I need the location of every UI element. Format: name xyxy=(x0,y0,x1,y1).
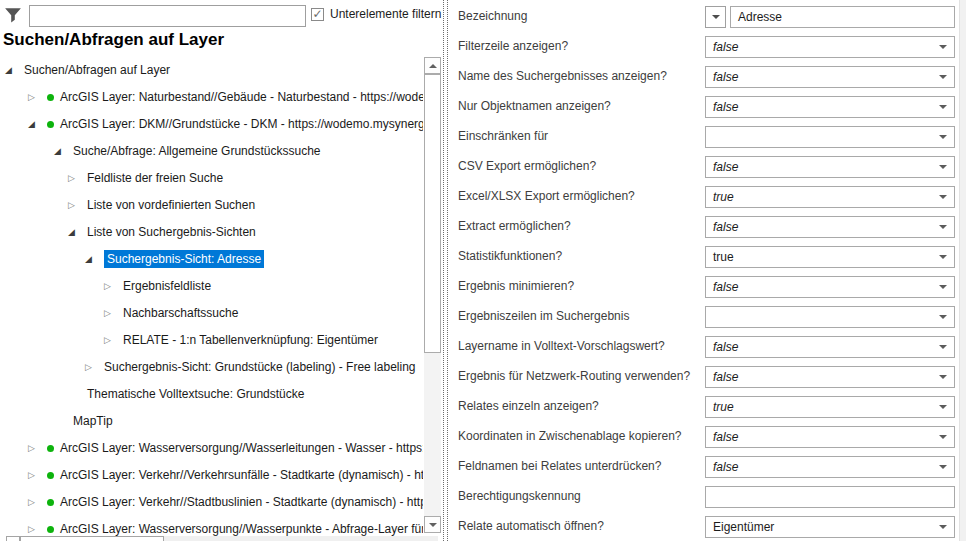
property-value: true xyxy=(713,397,734,417)
tree-item[interactable]: ▷ArcGIS Layer: Verkehr//Verkehrsunfälle … xyxy=(0,462,423,489)
property-combobox[interactable]: true xyxy=(705,246,955,268)
property-row: Name des Suchergebnisses anzeigen? false xyxy=(452,63,958,93)
expander-icon[interactable]: ▷ xyxy=(85,354,98,381)
property-combobox[interactable]: false xyxy=(705,456,955,478)
tree-item-label: ArcGIS Layer: Wasserversorgung//Wasserpu… xyxy=(60,522,423,536)
tree-item-label: Thematische Volltextsuche: Grundstücke xyxy=(87,387,304,401)
property-combobox[interactable]: false xyxy=(705,366,955,388)
property-label: Name des Suchergebnisses anzeigen? xyxy=(458,69,667,83)
expander-icon[interactable]: ▷ xyxy=(28,84,41,111)
dropdown-arrow-icon xyxy=(939,225,947,229)
property-combobox[interactable] xyxy=(705,126,955,148)
property-combobox[interactable]: true xyxy=(705,186,955,208)
tree-item[interactable]: ▷ArcGIS Layer: Naturbestand//Gebäude - N… xyxy=(0,84,423,111)
expander-icon[interactable]: ▷ xyxy=(104,273,117,300)
property-row: CSV Export ermöglichen? false xyxy=(452,153,958,183)
property-value: Eigentümer xyxy=(713,517,774,537)
property-row: Filterzeile anzeigen? false xyxy=(452,33,958,63)
property-combobox[interactable] xyxy=(705,306,955,328)
horizontal-scrollbar-thumb[interactable] xyxy=(20,536,164,541)
app-window: ◢Suchen/Abfragen auf Layer ▷ArcGIS Layer… xyxy=(0,0,966,541)
subelements-filter-checkbox[interactable]: ✓ xyxy=(311,8,324,21)
tree-item[interactable]: ▷ArcGIS Layer: Verkehr//Stadtbuslinien -… xyxy=(0,489,423,516)
expander-icon[interactable]: ◢ xyxy=(68,219,81,246)
tree-vertical-scrollbar[interactable] xyxy=(424,57,441,533)
layer-status-icon xyxy=(47,94,54,101)
dropdown-arrow-icon xyxy=(939,165,947,169)
property-label: Statistikfunktionen? xyxy=(458,249,562,263)
property-combobox[interactable]: false xyxy=(705,96,955,118)
property-row: Statistikfunktionen? true xyxy=(452,243,958,273)
tree-item-label: Feldliste der freien Suche xyxy=(87,171,223,185)
property-row: Ergebnis für Netzwerk-Routing verwenden?… xyxy=(452,363,958,393)
tree-item[interactable]: ▷Suchergebnis-Sicht: Grundstücke (labeli… xyxy=(0,354,423,381)
tree-item[interactable]: ▷Ergebnisfeldliste xyxy=(0,273,423,300)
property-row: Nur Objektnamen anzeigen? false xyxy=(452,93,958,123)
tree-item[interactable]: ◢Suchen/Abfragen auf Layer xyxy=(0,57,423,84)
tree-item[interactable]: ▷Feldliste der freien Suche xyxy=(0,165,423,192)
tree-item[interactable]: ◢Liste von Suchergebnis-Sichten xyxy=(0,219,423,246)
right-scrollbar-track[interactable] xyxy=(959,0,966,541)
dropdown-arrow-icon xyxy=(939,315,947,319)
tree-item[interactable]: MapTip xyxy=(0,408,423,435)
tree-item[interactable]: ◢Suche/Abfrage: Allgemeine Grundstückssu… xyxy=(0,138,423,165)
expander-icon[interactable]: ▷ xyxy=(28,489,41,516)
property-textbox[interactable]: Adresse xyxy=(730,6,955,28)
value-type-dropdown-button[interactable] xyxy=(705,6,726,28)
property-combobox[interactable]: false xyxy=(705,336,955,358)
property-label: Feldnamen bei Relates unterdrücken? xyxy=(458,459,661,473)
dropdown-arrow-icon xyxy=(939,525,947,529)
tree-item[interactable]: Thematische Volltextsuche: Grundstücke xyxy=(0,381,423,408)
tree-filter-input[interactable] xyxy=(29,5,306,27)
tree-item[interactable]: ◢ArcGIS Layer: DKM//Grundstücke - DKM - … xyxy=(0,111,423,138)
property-value: Adresse xyxy=(738,7,782,27)
tree-item[interactable]: ◢Suchergebnis-Sicht: Adresse xyxy=(0,246,423,273)
tree-item[interactable]: ▷Liste von vordefinierten Suchen xyxy=(0,192,423,219)
expander-icon[interactable]: ▷ xyxy=(28,435,41,462)
property-row: Ergebnis minimieren? false xyxy=(452,273,958,303)
property-label: Ergebniszeilen im Suchergebnis xyxy=(458,309,629,323)
expander-icon[interactable]: ▷ xyxy=(104,300,117,327)
dropdown-arrow-icon xyxy=(712,15,720,19)
property-combobox[interactable]: false xyxy=(705,66,955,88)
property-label: Relates einzeln anzeigen? xyxy=(458,399,599,413)
expander-icon[interactable]: ▷ xyxy=(104,327,117,354)
expander-icon[interactable]: ▷ xyxy=(28,462,41,489)
expander-icon[interactable]: ◢ xyxy=(28,111,41,138)
property-row: Bezeichnung Adresse xyxy=(452,3,958,33)
tree-item[interactable]: ▷Nachbarschaftssuche xyxy=(0,300,423,327)
property-combobox[interactable]: Eigentümer xyxy=(705,516,955,538)
property-combobox[interactable]: false xyxy=(705,426,955,448)
property-combobox[interactable]: false xyxy=(705,276,955,298)
property-combobox[interactable]: false xyxy=(705,156,955,178)
expander-icon[interactable]: ◢ xyxy=(54,138,67,165)
pane-splitter[interactable] xyxy=(443,0,448,541)
tree-item-label: MapTip xyxy=(73,414,113,428)
scroll-down-button[interactable] xyxy=(424,516,441,533)
expander-icon[interactable]: ▷ xyxy=(68,165,81,192)
property-textbox[interactable] xyxy=(705,486,955,508)
layer-status-icon xyxy=(47,526,54,533)
expander-icon[interactable]: ◢ xyxy=(85,246,98,273)
property-label: Relate automatisch öffnen? xyxy=(458,519,604,533)
tree-item-label: Suche/Abfrage: Allgemeine Grundstückssuc… xyxy=(73,144,320,158)
property-combobox[interactable]: false xyxy=(705,216,955,238)
vertical-scrollbar-thumb[interactable] xyxy=(424,74,441,353)
property-combobox[interactable]: true xyxy=(705,396,955,418)
scroll-left-button[interactable] xyxy=(6,536,20,541)
tree: ◢Suchen/Abfragen auf Layer ▷ArcGIS Layer… xyxy=(0,0,443,541)
filter-checkbox-label: Unterelemente filtern xyxy=(330,7,441,21)
property-value: true xyxy=(713,247,734,267)
expander-icon[interactable]: ▷ xyxy=(68,192,81,219)
expander-icon[interactable]: ◢ xyxy=(5,57,18,84)
property-value: false xyxy=(713,67,738,87)
scroll-up-button[interactable] xyxy=(424,57,441,74)
tree-item[interactable]: ▷ArcGIS Layer: Wasserversorgung//Wasserl… xyxy=(0,435,423,462)
layer-status-icon xyxy=(47,472,54,479)
property-row: Layername in Volltext-Vorschlagswert? fa… xyxy=(452,333,958,363)
tree-item[interactable]: ▷RELATE - 1:n Tabellenverknüpfung: Eigen… xyxy=(0,327,423,354)
property-label: Filterzeile anzeigen? xyxy=(458,39,568,53)
property-combobox[interactable]: false xyxy=(705,36,955,58)
property-value: false xyxy=(713,277,738,297)
tree-item-label: Liste von vordefinierten Suchen xyxy=(87,198,255,212)
